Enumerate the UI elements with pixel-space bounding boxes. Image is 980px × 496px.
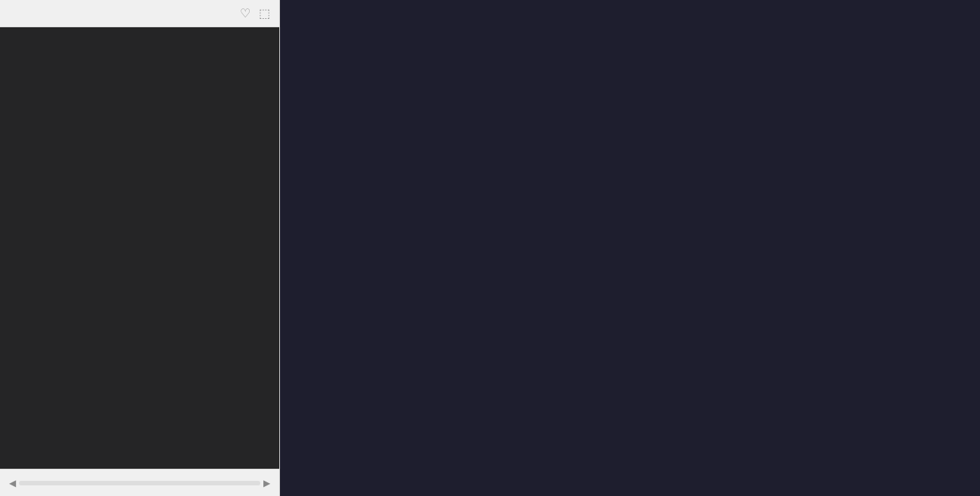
heart-button[interactable]: ♡ xyxy=(240,6,251,20)
file-tree xyxy=(0,27,279,469)
left-header: ♡ ⬚ xyxy=(0,0,279,27)
prev-button[interactable]: ◀ xyxy=(6,478,19,488)
line-numbers xyxy=(280,0,314,496)
scroll-track xyxy=(19,481,260,485)
share-icon: ⬚ xyxy=(259,6,270,20)
code-content[interactable] xyxy=(314,0,980,496)
share-button[interactable]: ⬚ xyxy=(259,6,270,20)
left-panel: ♡ ⬚ ◀ ▶ xyxy=(0,0,280,496)
editor-area xyxy=(280,0,980,496)
heart-icon: ♡ xyxy=(240,6,250,20)
header-actions: ♡ ⬚ xyxy=(240,6,270,20)
next-button[interactable]: ▶ xyxy=(260,478,273,488)
bottom-nav: ◀ ▶ xyxy=(0,469,279,496)
